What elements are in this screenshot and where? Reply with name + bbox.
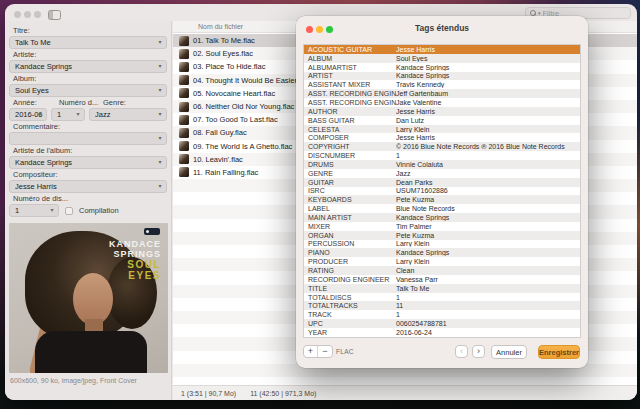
table-row[interactable]: ORGANPete Kuzma xyxy=(304,231,580,240)
tag-value: 0060254788781 xyxy=(396,320,580,327)
tag-value: Dan Lutz xyxy=(396,117,580,124)
table-row[interactable]: GENREJazz xyxy=(304,169,580,178)
tag-value: 1 xyxy=(396,311,580,318)
year-combo[interactable]: 2016-06 ▾ xyxy=(9,108,47,121)
genre-combo[interactable]: Jazz ▾ xyxy=(89,108,167,121)
tag-value: Pete Kuzma xyxy=(396,196,580,203)
table-row[interactable]: CELESTALarry Klein xyxy=(304,125,580,134)
chevron-down-icon: ▾ xyxy=(155,37,165,48)
tag-name: RECORDING ENGINEER xyxy=(304,276,396,283)
file-name: 07. Too Good To Last.flac xyxy=(193,115,278,124)
table-row[interactable]: DRUMSVinnie Colaiuta xyxy=(304,160,580,169)
table-row[interactable]: UPC0060254788781 xyxy=(304,319,580,328)
year-label: Année: xyxy=(13,99,55,107)
album-thumbnail-icon xyxy=(179,62,189,72)
tag-value: Jesse Harris xyxy=(396,46,580,53)
table-row[interactable]: RECORDING ENGINEERVanessa Parr xyxy=(304,275,580,284)
album-thumbnail-icon xyxy=(179,36,189,46)
tag-value: 11 xyxy=(396,302,580,309)
file-name: 06. Neither Old Nor Young.flac xyxy=(193,102,294,111)
tag-value: Jazz xyxy=(396,170,580,177)
file-name: 05. Novocaine Heart.flac xyxy=(193,89,275,98)
previous-file-button[interactable]: ‹ xyxy=(455,345,468,358)
title-label: Titre: xyxy=(13,27,167,35)
dialog-title: Tags étendus xyxy=(296,23,588,33)
remove-tag-button[interactable]: − xyxy=(318,346,332,357)
sidebar-toggle-icon[interactable] xyxy=(48,10,61,20)
tag-value: Kandace Springs xyxy=(396,249,580,256)
tag-name: MAIN ARTIST xyxy=(304,214,396,221)
table-row[interactable]: PERCUSSIONLarry Klein xyxy=(304,240,580,249)
tag-name: UPC xyxy=(304,320,396,327)
genre-label: Genre: xyxy=(103,99,167,107)
artwork-text: KANDACE SPRINGS SOUL EYES xyxy=(109,239,161,281)
minimize-button[interactable] xyxy=(24,11,31,18)
track-number-combo[interactable]: 1 ▾ xyxy=(51,108,85,121)
tag-name: ARTIST xyxy=(304,72,396,79)
artwork-figure xyxy=(35,331,147,373)
disc-number-combo[interactable]: 1 ▾ xyxy=(9,204,59,217)
tag-name: TOTALDISCS xyxy=(304,294,396,301)
title-combo[interactable]: Talk To Me ▾ xyxy=(9,36,167,49)
tag-value: Pete Kuzma xyxy=(396,232,580,239)
table-row[interactable]: RATINGClean xyxy=(304,266,580,275)
composer-combo[interactable]: Jesse Harris ▾ xyxy=(9,180,167,193)
tag-name: DRUMS xyxy=(304,161,396,168)
artist-combo[interactable]: Kandace Springs ▾ xyxy=(9,60,167,73)
tag-value: 1 xyxy=(396,152,580,159)
tag-value: Kandace Springs xyxy=(396,72,580,79)
comment-combo[interactable]: ▾ xyxy=(9,132,167,145)
table-row[interactable]: MAIN ARTISTKandace Springs xyxy=(304,213,580,222)
table-row[interactable]: LABELBlue Note Records xyxy=(304,204,580,213)
table-row[interactable]: TOTALDISCS1 xyxy=(304,293,580,302)
table-row[interactable]: MIXERTim Palmer xyxy=(304,222,580,231)
tag-name: MIXER xyxy=(304,223,396,230)
tag-name: LABEL xyxy=(304,205,396,212)
album-artist-combo[interactable]: Kandace Springs ▾ xyxy=(9,156,167,169)
table-row[interactable]: YEAR2016-06-24 xyxy=(304,328,580,337)
table-row[interactable]: TOTALTRACKS11 xyxy=(304,301,580,310)
tag-name: TOTALTRACKS xyxy=(304,302,396,309)
table-row[interactable]: GUITARDean Parks xyxy=(304,178,580,187)
tag-sidebar: Titre: Talk To Me ▾ Artiste: Kandace Spr… xyxy=(5,21,172,400)
table-row[interactable]: PRODUCERLarry Klein xyxy=(304,257,580,266)
chevron-down-icon: ▾ xyxy=(155,133,165,144)
cancel-button[interactable]: Annuler xyxy=(491,345,527,359)
close-button[interactable] xyxy=(14,11,21,18)
zoom-button[interactable] xyxy=(34,11,41,18)
next-file-button[interactable]: › xyxy=(472,345,485,358)
tag-name: ALBUM xyxy=(304,55,396,62)
tag-value: Talk To Me xyxy=(396,285,580,292)
table-row[interactable]: ALBUMSoul Eyes xyxy=(304,54,580,63)
file-name: 10. Leavin'.flac xyxy=(193,155,243,164)
chevron-down-icon: ▾ xyxy=(73,109,83,120)
table-row[interactable]: ACOUSTIC GUITARJesse Harris xyxy=(304,45,580,54)
table-row[interactable]: PIANOKandace Springs xyxy=(304,248,580,257)
table-row[interactable]: ALBUMARTISTKandace Springs xyxy=(304,63,580,72)
tag-value: Vanessa Parr xyxy=(396,276,580,283)
album-artwork[interactable]: KANDACE SPRINGS SOUL EYES xyxy=(9,223,168,373)
tag-value: Kandace Springs xyxy=(396,64,580,71)
tag-value: Dean Parks xyxy=(396,179,580,186)
table-row[interactable]: COMPOSERJesse Harris xyxy=(304,133,580,142)
compilation-checkbox[interactable] xyxy=(65,207,73,215)
save-button[interactable]: Enregistrer xyxy=(538,345,580,359)
table-row[interactable]: DISCNUMBER1 xyxy=(304,151,580,160)
artist-label: Artiste: xyxy=(13,51,167,59)
table-row[interactable]: BASS GUITARDan Lutz xyxy=(304,116,580,125)
tag-name: CELESTA xyxy=(304,126,396,133)
table-row[interactable]: AUTHORJesse Harris xyxy=(304,107,580,116)
table-row[interactable]: TRACK1 xyxy=(304,310,580,319)
table-row[interactable]: COPYRIGHT© 2016 Blue Note Records ℗ 2016… xyxy=(304,142,580,151)
table-row[interactable]: ASSISTANT MIXERTravis Kennedy xyxy=(304,80,580,89)
add-tag-button[interactable]: + xyxy=(304,346,318,357)
table-row[interactable]: ASST. RECORDING ENGINEERJeff Gartenbaum xyxy=(304,89,580,98)
table-row[interactable]: TITLETalk To Me xyxy=(304,284,580,293)
album-combo[interactable]: Soul Eyes ▾ xyxy=(9,84,167,97)
table-row[interactable]: ISRCUSUM71602886 xyxy=(304,187,580,196)
table-row[interactable]: ARTISTKandace Springs xyxy=(304,72,580,81)
table-row[interactable]: ASST. RECORDING ENGINEERJake Valentine xyxy=(304,98,580,107)
disc-number-label: Numéro de dis... xyxy=(13,195,167,203)
tag-value: Jesse Harris xyxy=(396,134,580,141)
table-row[interactable]: KEYBOARDSPete Kuzma xyxy=(304,195,580,204)
